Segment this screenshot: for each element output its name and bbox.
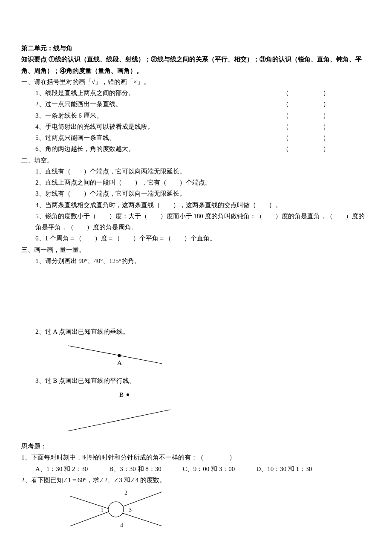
tf-text: 3、一条射线长 6 厘米。 (35, 110, 282, 121)
tf-item: 4、手电筒射出的光线可以被看成是线段。 （） (21, 121, 371, 132)
fill-item: 1、直线有（ ）个端点，它可以向两端无限延长。 (21, 166, 371, 177)
svg-point-2 (127, 393, 129, 396)
tf-paren: （） (282, 98, 329, 110)
svg-point-1 (118, 354, 121, 357)
diagram-angles: 2 1 3 4 (21, 486, 371, 536)
diagram-perpendicular: A (21, 337, 371, 375)
angle-3-label: 3 (129, 507, 132, 513)
fill-item: 2、直线上两点之间的一段叫（ ），它有（ ）个端点。 (21, 177, 371, 188)
tf-item: 2、过一点只能画出一条直线。 （） (21, 98, 371, 110)
think-title: 思考题： (21, 441, 371, 452)
angle-4-label: 4 (120, 522, 123, 529)
tf-item: 1、线段是直线上两点之间的部分。 （） (21, 87, 371, 98)
tf-paren: （） (282, 143, 329, 154)
unit-title: 第二单元：线与角 (21, 43, 371, 54)
tf-text: 1、线段是直线上两点之间的部分。 (35, 87, 282, 98)
diagram-parallel: B (21, 386, 371, 441)
section-3-title: 三、画一画，量一量。 (21, 244, 371, 255)
svg-line-0 (68, 346, 162, 364)
tf-paren: （） (282, 110, 329, 121)
fill-item: 6、1 个周角＝（ ）度＝（ ）个平角＝（ ）个直角。 (21, 233, 371, 244)
point-b-label: B (119, 391, 124, 398)
angle-2-label: 2 (124, 490, 127, 496)
option-c: C、9：00 和 3：00 (183, 463, 235, 474)
fill-item: 5、锐角的度数小于（ ）度；大于（ ）度而小于 180 度的角叫做钝角；（ ）度… (21, 211, 371, 233)
line-with-point-a-icon: A (64, 337, 170, 371)
fill-item: 3、射线有（ ）个端点，它可以向一端无限延长。 (21, 188, 371, 199)
think-q1: 1、下面每对时刻中，时钟的时针和分针所成的角不一样的有：（ ） (21, 452, 371, 463)
tf-text: 2、过一点只能画出一条直线。 (35, 98, 282, 110)
tf-paren: （） (282, 87, 329, 98)
angle-1-label: 1 (101, 507, 104, 513)
section-2-title: 二、填空。 (21, 155, 371, 166)
tf-item: 6、角的两边越长，角的度数越大。 （） (21, 143, 371, 154)
tf-item: 5、过两点只能画一条直线。 （） (21, 132, 371, 143)
svg-point-6 (108, 502, 124, 517)
think-q2: 2、看下图已知∠1＝60°，求∠2、∠3 和∠4 的度数。 (21, 474, 371, 486)
tf-paren: （） (282, 132, 329, 143)
tf-text: 5、过两点只能画一条直线。 (35, 132, 282, 143)
point-a-label: A (117, 359, 122, 366)
knowledge-points: 知识要点 ①线的认识（直线、线段、射线）；②线与线之间的关系（平行、相交）；③角… (21, 54, 371, 76)
tf-text: 6、角的两边越长，角的度数越大。 (35, 143, 282, 154)
fill-item: 4、当两条直线相交成直角时，这两条直线（ ），这两条直线的交点叫做（ ）。 (21, 199, 371, 211)
tf-paren: （） (282, 121, 329, 132)
section-1-title: 一、请在括号里对的画「√」，错的画「×」。 (21, 76, 371, 87)
tf-item: 3、一条射线长 6 厘米。 （） (21, 110, 371, 121)
think-options: A、1：30 和 2：30 B、3：30 和 8：30 C、9：00 和 3：0… (21, 463, 371, 474)
tf-text: 4、手电筒射出的光线可以被看成是线段。 (35, 121, 282, 132)
draw-q1: 1、请分别画出 90°、40°、125°的角。 (21, 255, 371, 266)
line-with-point-b-icon: B (64, 386, 183, 437)
draw-q2: 2、过 A 点画出已知直线的垂线。 (21, 326, 371, 337)
knowledge-text: ①线的认识（直线、线段、射线）；②线与线之间的关系（平行、相交）；③角的认识（锐… (21, 56, 362, 74)
draw-q3: 3、过 B 点画出已知直线的平行线。 (21, 375, 371, 386)
intersecting-lines-icon: 2 1 3 4 (64, 486, 175, 532)
option-d: D、10：30 和 1：30 (256, 463, 312, 474)
option-b: B、3：30 和 8：30 (109, 463, 161, 474)
svg-line-3 (68, 410, 170, 431)
draw-space (21, 266, 371, 326)
option-a: A、1：30 和 2：30 (35, 463, 88, 474)
knowledge-label: 知识要点 (21, 56, 47, 63)
